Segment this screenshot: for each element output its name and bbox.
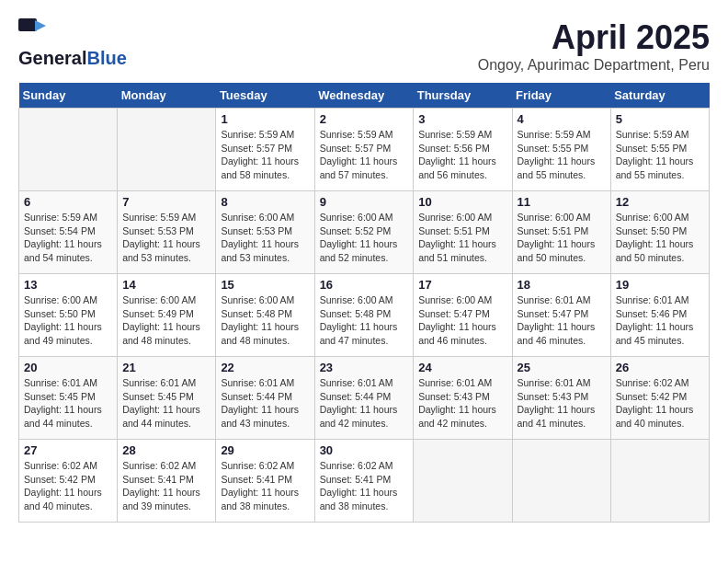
day-number: 14 (122, 278, 210, 292)
calendar-cell: 28Sunrise: 6:02 AMSunset: 5:41 PMDayligh… (118, 440, 216, 523)
day-number: 3 (418, 112, 506, 126)
day-info: Sunrise: 6:01 AMSunset: 5:47 PMDaylight:… (518, 293, 606, 348)
day-number: 18 (518, 278, 606, 292)
day-info: Sunrise: 6:00 AMSunset: 5:52 PMDaylight:… (320, 211, 409, 265)
calendar-cell: 8Sunrise: 6:00 AMSunset: 5:53 PMDaylight… (216, 191, 314, 274)
calendar-cell (19, 109, 118, 191)
header: General Blue April 2025 Ongoy, Apurimac … (18, 18, 710, 74)
svg-marker-1 (35, 20, 46, 31)
weekday-header-cell: Tuesday (216, 83, 314, 109)
logo-general: General (18, 48, 86, 69)
day-info: Sunrise: 6:00 AMSunset: 5:51 PMDaylight:… (518, 211, 606, 265)
calendar-cell (512, 440, 610, 523)
day-number: 23 (320, 361, 409, 374)
weekday-header-cell: Wednesday (314, 83, 414, 109)
calendar-cell: 2Sunrise: 5:59 AMSunset: 5:57 PMDaylight… (314, 109, 414, 191)
calendar-cell: 12Sunrise: 6:00 AMSunset: 5:50 PMDayligh… (610, 191, 709, 274)
calendar-cell: 17Sunrise: 6:00 AMSunset: 5:47 PMDayligh… (414, 274, 512, 357)
day-number: 25 (518, 361, 606, 374)
calendar-cell: 15Sunrise: 6:00 AMSunset: 5:48 PMDayligh… (216, 274, 314, 357)
day-number: 28 (122, 443, 210, 457)
weekday-header-cell: Friday (512, 83, 610, 109)
day-info: Sunrise: 6:01 AMSunset: 5:44 PMDaylight:… (320, 376, 409, 431)
day-number: 7 (122, 195, 210, 209)
day-info: Sunrise: 6:00 AMSunset: 5:53 PMDaylight:… (221, 211, 309, 265)
day-info: Sunrise: 5:59 AMSunset: 5:53 PMDaylight:… (122, 211, 210, 265)
calendar-cell: 5Sunrise: 5:59 AMSunset: 5:55 PMDaylight… (610, 109, 709, 191)
calendar-cell: 29Sunrise: 6:02 AMSunset: 5:41 PMDayligh… (216, 440, 314, 523)
day-number: 5 (616, 112, 704, 126)
day-number: 17 (418, 278, 506, 292)
day-number: 24 (418, 361, 506, 374)
calendar-cell: 30Sunrise: 6:02 AMSunset: 5:41 PMDayligh… (314, 440, 414, 523)
calendar-cell: 18Sunrise: 6:01 AMSunset: 5:47 PMDayligh… (512, 274, 610, 357)
calendar-cell: 26Sunrise: 6:02 AMSunset: 5:42 PMDayligh… (610, 357, 709, 440)
day-info: Sunrise: 5:59 AMSunset: 5:55 PMDaylight:… (518, 128, 606, 182)
calendar-cell: 22Sunrise: 6:01 AMSunset: 5:44 PMDayligh… (216, 357, 314, 440)
calendar-table: SundayMondayTuesdayWednesdayThursdayFrid… (18, 83, 710, 523)
day-info: Sunrise: 6:00 AMSunset: 5:51 PMDaylight:… (418, 211, 506, 265)
day-info: Sunrise: 5:59 AMSunset: 5:54 PMDaylight:… (24, 211, 112, 265)
day-number: 20 (24, 361, 112, 374)
day-info: Sunrise: 6:02 AMSunset: 5:42 PMDaylight:… (616, 376, 704, 431)
calendar-cell: 25Sunrise: 6:01 AMSunset: 5:43 PMDayligh… (512, 357, 610, 440)
calendar-cell: 16Sunrise: 6:00 AMSunset: 5:48 PMDayligh… (314, 274, 414, 357)
calendar-cell: 14Sunrise: 6:00 AMSunset: 5:49 PMDayligh… (118, 274, 216, 357)
calendar-week-row: 6Sunrise: 5:59 AMSunset: 5:54 PMDaylight… (19, 191, 710, 274)
day-info: Sunrise: 6:00 AMSunset: 5:48 PMDaylight:… (320, 293, 409, 348)
calendar-body: 1Sunrise: 5:59 AMSunset: 5:57 PMDaylight… (19, 109, 710, 523)
day-number: 1 (221, 112, 309, 126)
weekday-header-cell: Monday (118, 83, 216, 109)
day-info: Sunrise: 5:59 AMSunset: 5:57 PMDaylight:… (320, 128, 409, 182)
day-number: 11 (518, 195, 606, 209)
day-number: 27 (24, 443, 112, 457)
day-number: 6 (24, 195, 112, 209)
day-info: Sunrise: 6:01 AMSunset: 5:43 PMDaylight:… (418, 376, 506, 431)
weekday-header-cell: Sunday (19, 83, 118, 109)
day-number: 12 (616, 195, 704, 209)
day-info: Sunrise: 5:59 AMSunset: 5:56 PMDaylight:… (418, 128, 506, 182)
calendar-cell: 6Sunrise: 5:59 AMSunset: 5:54 PMDaylight… (19, 191, 118, 274)
day-number: 10 (418, 195, 506, 209)
weekday-header-cell: Thursday (414, 83, 512, 109)
day-info: Sunrise: 6:01 AMSunset: 5:45 PMDaylight:… (122, 376, 210, 431)
day-info: Sunrise: 6:01 AMSunset: 5:44 PMDaylight:… (221, 376, 309, 431)
weekday-header-cell: Saturday (610, 83, 709, 109)
day-info: Sunrise: 6:01 AMSunset: 5:43 PMDaylight:… (518, 376, 606, 431)
calendar-cell: 20Sunrise: 6:01 AMSunset: 5:45 PMDayligh… (19, 357, 118, 440)
calendar-subtitle: Ongoy, Apurimac Department, Peru (478, 57, 710, 74)
title-area: April 2025 Ongoy, Apurimac Department, P… (478, 18, 710, 74)
calendar-cell: 3Sunrise: 5:59 AMSunset: 5:56 PMDaylight… (414, 109, 512, 191)
day-info: Sunrise: 6:02 AMSunset: 5:41 PMDaylight:… (122, 459, 210, 513)
calendar-cell: 1Sunrise: 5:59 AMSunset: 5:57 PMDaylight… (216, 109, 314, 191)
day-number: 2 (320, 112, 409, 126)
calendar-cell: 13Sunrise: 6:00 AMSunset: 5:50 PMDayligh… (19, 274, 118, 357)
day-number: 15 (221, 278, 309, 292)
calendar-cell (414, 440, 512, 523)
calendar-cell (610, 440, 709, 523)
calendar-cell: 10Sunrise: 6:00 AMSunset: 5:51 PMDayligh… (414, 191, 512, 274)
day-number: 26 (616, 361, 704, 374)
day-number: 19 (616, 278, 704, 292)
day-number: 16 (320, 278, 409, 292)
day-number: 13 (24, 278, 112, 292)
calendar-cell: 21Sunrise: 6:01 AMSunset: 5:45 PMDayligh… (118, 357, 216, 440)
calendar-cell: 11Sunrise: 6:00 AMSunset: 5:51 PMDayligh… (512, 191, 610, 274)
day-info: Sunrise: 6:00 AMSunset: 5:47 PMDaylight:… (418, 293, 506, 348)
day-number: 21 (122, 361, 210, 374)
day-info: Sunrise: 6:01 AMSunset: 5:46 PMDaylight:… (616, 293, 704, 348)
calendar-cell: 7Sunrise: 5:59 AMSunset: 5:53 PMDaylight… (118, 191, 216, 274)
day-info: Sunrise: 6:00 AMSunset: 5:48 PMDaylight:… (221, 293, 309, 348)
day-info: Sunrise: 6:00 AMSunset: 5:50 PMDaylight:… (24, 293, 112, 348)
day-info: Sunrise: 6:02 AMSunset: 5:42 PMDaylight:… (24, 459, 112, 513)
calendar-cell: 4Sunrise: 5:59 AMSunset: 5:55 PMDaylight… (512, 109, 610, 191)
day-number: 4 (518, 112, 606, 126)
day-number: 30 (320, 443, 409, 457)
logo-blue: Blue (86, 48, 126, 69)
calendar-cell: 23Sunrise: 6:01 AMSunset: 5:44 PMDayligh… (314, 357, 414, 440)
day-info: Sunrise: 6:00 AMSunset: 5:50 PMDaylight:… (616, 211, 704, 265)
calendar-week-row: 20Sunrise: 6:01 AMSunset: 5:45 PMDayligh… (19, 357, 710, 440)
day-info: Sunrise: 6:00 AMSunset: 5:49 PMDaylight:… (122, 293, 210, 348)
day-info: Sunrise: 6:02 AMSunset: 5:41 PMDaylight:… (320, 459, 409, 513)
day-info: Sunrise: 5:59 AMSunset: 5:55 PMDaylight:… (616, 128, 704, 182)
